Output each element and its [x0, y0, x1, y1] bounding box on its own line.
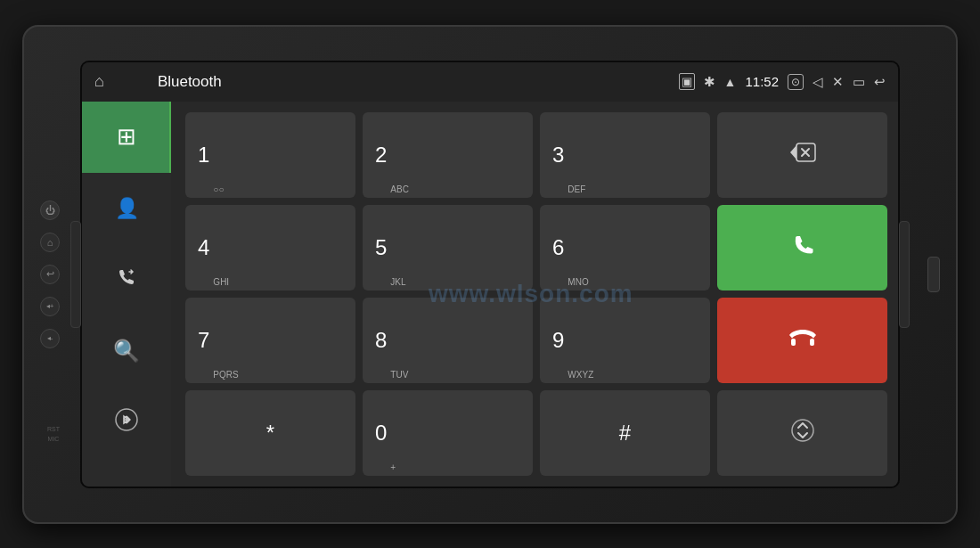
- key-3[interactable]: 3 DEF: [540, 112, 710, 198]
- car-unit: ⏻ ⌂ ↩ ◂+ ◂- RST MIC ⌂ Bluetooth: [22, 25, 958, 524]
- key-0-main: 0: [375, 422, 387, 444]
- key-9[interactable]: 9 WXYZ: [540, 298, 710, 383]
- sidebar-item-bluetooth[interactable]: [82, 387, 171, 458]
- right-btn-1[interactable]: [927, 257, 940, 292]
- key-6[interactable]: 6 MNO: [540, 205, 710, 290]
- screen-bezel: ⌂ Bluetooth ▣ ✱ ▲ 11:52 ⊙ ◁ ✕ ▭ ↩ w: [80, 61, 900, 488]
- key-7-main: 7: [198, 330, 209, 351]
- key-4-main: 4: [198, 237, 209, 258]
- key-5-main: 5: [375, 237, 387, 258]
- recents-icon: [114, 265, 139, 295]
- camera-status-icon: ⊙: [788, 74, 804, 90]
- status-time: 11:52: [745, 74, 779, 89]
- status-right: ▣ ✱ ▲ 11:52 ⊙ ◁ ✕ ▭ ↩: [679, 73, 886, 90]
- vol-down-button[interactable]: ◂-: [40, 329, 60, 348]
- key-7[interactable]: 7 PQRS: [185, 298, 355, 383]
- power-button[interactable]: ⏻: [40, 200, 60, 220]
- key-call[interactable]: [717, 205, 887, 290]
- key-star[interactable]: *: [185, 390, 355, 476]
- call-icon: [790, 233, 815, 263]
- key-2[interactable]: 2 ABC: [363, 112, 533, 198]
- back-hw-icon: ↩: [46, 268, 54, 280]
- right-side-piece: [899, 221, 910, 328]
- bluetooth-status-icon: ✱: [704, 74, 715, 90]
- search-icon: 🔍: [113, 339, 140, 364]
- key-3-main: 3: [552, 144, 564, 166]
- key-5-sub: JKL: [390, 277, 405, 290]
- back-hw-button[interactable]: ↩: [40, 265, 60, 284]
- main-content: www.wlson.com ⊞ 👤: [82, 102, 898, 487]
- right-side-controls: [927, 257, 940, 292]
- bottom-labels: RST MIC: [47, 426, 60, 442]
- home-hw-icon: ⌂: [47, 237, 53, 248]
- contacts-icon: 👤: [115, 197, 139, 220]
- key-1[interactable]: 1 ○○: [185, 112, 355, 198]
- dialpad-icon: ⊞: [117, 123, 136, 151]
- sidebar-item-search[interactable]: 🔍: [82, 315, 171, 387]
- key-8-main: 8: [375, 330, 387, 351]
- close-status-icon[interactable]: ✕: [832, 74, 844, 90]
- mic-label: MIC: [48, 436, 60, 442]
- rst-label: RST: [47, 426, 60, 432]
- power-icon: ⏻: [45, 205, 55, 216]
- key-6-main: 6: [552, 237, 564, 258]
- status-bar: ⌂ Bluetooth ▣ ✱ ▲ 11:52 ⊙ ◁ ✕ ▭ ↩: [82, 62, 898, 102]
- volume-status-icon[interactable]: ◁: [813, 74, 823, 90]
- gallery-icon: ▣: [679, 73, 695, 90]
- vol-up-button[interactable]: ◂+: [40, 297, 60, 316]
- key-1-sub: ○○: [213, 184, 224, 198]
- keypad-area: 1 ○○ 2 ABC 3 DEF: [171, 102, 898, 487]
- sidebar-item-recents[interactable]: [82, 244, 171, 315]
- key-4[interactable]: 4 GHI: [185, 205, 355, 290]
- vol-down-icon: ◂-: [47, 334, 53, 342]
- key-6-sub: MNO: [568, 277, 588, 290]
- back-status-icon[interactable]: ↩: [874, 74, 886, 90]
- key-end[interactable]: [717, 298, 887, 383]
- left-side-piece: [70, 221, 81, 328]
- bluetooth-sidebar-icon: [115, 408, 138, 437]
- status-home-icon[interactable]: ⌂: [94, 72, 104, 91]
- key-1-main: 1: [198, 144, 209, 166]
- home-hw-button[interactable]: ⌂: [40, 233, 60, 252]
- key-sort[interactable]: [717, 390, 887, 476]
- key-hash-main: #: [619, 422, 631, 444]
- key-0-sub: +: [390, 462, 396, 476]
- status-title: Bluetooth: [158, 73, 222, 91]
- vol-up-icon: ◂+: [46, 302, 54, 310]
- key-8[interactable]: 8 TUV: [363, 298, 533, 383]
- sort-icon: [790, 418, 815, 447]
- key-0[interactable]: 0 +: [363, 390, 533, 476]
- key-3-sub: DEF: [568, 184, 585, 198]
- key-5[interactable]: 5 JKL: [363, 205, 533, 290]
- key-hash[interactable]: #: [540, 390, 710, 476]
- status-left: ⌂: [94, 72, 104, 91]
- wifi-status-icon: ▲: [724, 75, 737, 89]
- sidebar-item-contacts[interactable]: 👤: [82, 173, 171, 244]
- key-4-sub: GHI: [213, 277, 229, 290]
- sidebar: ⊞ 👤: [82, 102, 171, 487]
- key-8-sub: TUV: [390, 370, 408, 383]
- key-9-sub: WXYZ: [568, 370, 593, 383]
- svg-rect-3: [810, 339, 814, 346]
- end-call-icon: [789, 329, 816, 352]
- key-9-main: 9: [552, 330, 564, 351]
- sidebar-item-dialpad[interactable]: ⊞: [82, 102, 171, 173]
- key-2-main: 2: [375, 144, 387, 166]
- delete-icon: [789, 143, 816, 167]
- svg-rect-2: [791, 339, 796, 346]
- key-star-main: *: [266, 422, 274, 444]
- key-2-sub: ABC: [390, 184, 409, 198]
- key-delete[interactable]: [717, 112, 887, 198]
- left-side-controls: ⏻ ⌂ ↩ ◂+ ◂-: [40, 200, 60, 348]
- screen: ⌂ Bluetooth ▣ ✱ ▲ 11:52 ⊙ ◁ ✕ ▭ ↩ w: [82, 62, 898, 487]
- window-status-icon[interactable]: ▭: [853, 74, 865, 90]
- key-7-sub: PQRS: [213, 370, 238, 383]
